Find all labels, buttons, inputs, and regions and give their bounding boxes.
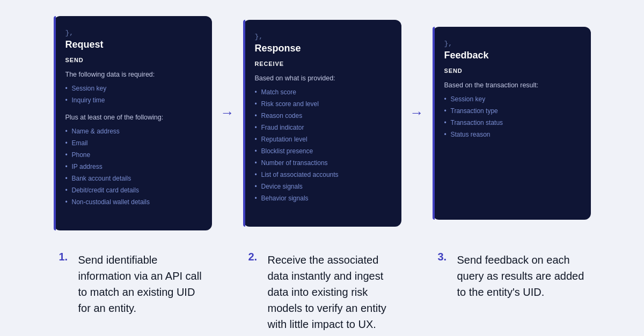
list-item: Transaction type	[444, 105, 579, 117]
response-card: }, Response RECEIVE Based on what is pro…	[243, 20, 401, 227]
card-accent	[243, 20, 245, 227]
feedback-method: SEND	[444, 68, 579, 74]
feedback-card: }, Feedback SEND Based on the transactio…	[433, 27, 591, 220]
response-method: RECEIVE	[255, 61, 390, 67]
arrow-1-container: →	[212, 106, 243, 120]
list-item: Number of transactions	[255, 157, 390, 169]
list-item: List of associated accounts	[255, 169, 390, 181]
request-required-list: Session key Inquiry time	[65, 83, 200, 106]
request-card: }, Request SEND The following data is re…	[54, 16, 212, 230]
list-item: Blocklist presence	[255, 145, 390, 157]
response-title: Response	[255, 43, 390, 54]
desc-2-content: 2. Receive the associated data instantly…	[248, 250, 396, 332]
desc-3-content: 3. Send feedback on each query as result…	[438, 250, 586, 300]
list-item: Behavior signals	[255, 192, 390, 204]
list-item: Session key	[65, 83, 200, 94]
list-item: Bank account details	[65, 173, 200, 184]
request-section-label: The following data is required:	[65, 71, 200, 78]
request-title: Request	[65, 39, 200, 50]
descriptions-row: 1. Send identifiable information via an …	[21, 250, 623, 332]
feedback-section-label: Based on the transaction result:	[444, 81, 579, 89]
card-accent	[54, 16, 56, 230]
list-item: Device signals	[255, 181, 390, 192]
desc-1-number: 1.	[59, 251, 68, 263]
desc-3-text: Send feedback on each query as results a…	[457, 252, 586, 300]
desc-1-text: Send identifiable information via an API…	[78, 252, 207, 316]
desc-1-num-wrapper: 1.	[59, 250, 74, 263]
list-item: Reputation level	[255, 133, 390, 145]
list-item: Risk score and level	[255, 98, 390, 110]
response-brace: },	[255, 33, 390, 41]
list-item: Session key	[444, 93, 579, 105]
list-item: Reason codes	[255, 110, 390, 122]
desc-2-text: Receive the associated data instantly an…	[268, 252, 396, 332]
desc-arrow-spacer-2	[401, 250, 433, 332]
arrow-1-icon: →	[221, 106, 235, 120]
request-optional-list: Name & address Email Phone IP address Ba…	[65, 125, 200, 208]
list-item: Status reason	[444, 129, 579, 140]
request-subsection-label: Plus at least one of the following:	[65, 114, 200, 121]
desc-2-number: 2.	[248, 251, 258, 263]
list-item: Transaction status	[444, 117, 579, 129]
request-brace: },	[65, 29, 200, 37]
list-item: Debit/credit card details	[65, 184, 200, 196]
response-section-label: Based on what is provided:	[255, 74, 390, 82]
description-1: 1. Send identifiable information via an …	[54, 250, 212, 332]
response-items-list: Match score Risk score and level Reason …	[255, 86, 390, 204]
list-item: Phone	[65, 149, 200, 161]
desc-2-num-wrapper: 2.	[248, 250, 264, 263]
arrow-2-icon: →	[410, 106, 424, 120]
list-item: Fraud indicator	[255, 122, 390, 133]
list-item: Name & address	[65, 125, 200, 137]
description-2: 2. Receive the associated data instantly…	[243, 250, 401, 332]
list-item: Email	[65, 137, 200, 149]
feedback-brace: },	[444, 40, 579, 48]
page-wrapper: }, Request SEND The following data is re…	[21, 16, 623, 332]
request-method: SEND	[65, 57, 200, 63]
list-item: Match score	[255, 86, 390, 98]
card-accent	[433, 27, 435, 220]
description-3: 3. Send feedback on each query as result…	[433, 250, 591, 332]
desc-3-num-wrapper: 3.	[438, 250, 453, 263]
list-item: Non-custodial wallet details	[65, 196, 200, 208]
desc-1-content: 1. Send identifiable information via an …	[59, 250, 207, 316]
cards-row: }, Request SEND The following data is re…	[21, 16, 623, 230]
list-item: Inquiry time	[65, 94, 200, 106]
desc-3-number: 3.	[438, 251, 447, 263]
list-item: IP address	[65, 161, 200, 173]
desc-arrow-spacer-1	[212, 250, 243, 332]
feedback-items-list: Session key Transaction type Transaction…	[444, 93, 579, 140]
feedback-title: Feedback	[444, 50, 579, 61]
arrow-2-container: →	[401, 106, 433, 120]
